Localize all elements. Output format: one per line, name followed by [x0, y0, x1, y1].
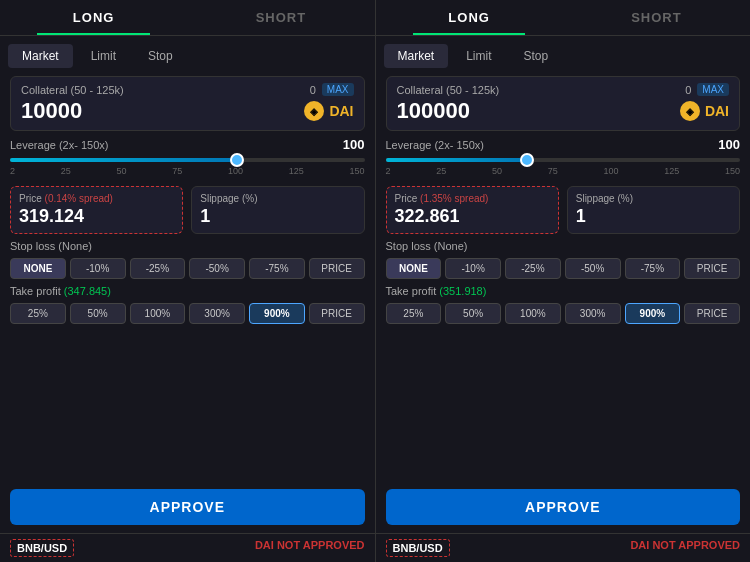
- take-profit-option[interactable]: 100%: [505, 303, 561, 324]
- panel-left: LONGSHORTMarketLimitStopCollateral (50 -…: [0, 0, 376, 562]
- slider-mark: 100: [228, 166, 243, 176]
- approval-warning: DAI NOT APPROVED: [255, 539, 365, 557]
- collateral-amount: 100000: [397, 98, 470, 124]
- stop-loss-option[interactable]: -75%: [625, 258, 681, 279]
- leverage-label: Leverage (2x- 150x): [10, 139, 108, 151]
- stop-loss-option[interactable]: -25%: [130, 258, 186, 279]
- take-profit-option[interactable]: PRICE: [309, 303, 365, 324]
- leverage-slider[interactable]: 2255075100125150: [386, 158, 741, 180]
- max-button[interactable]: MAX: [697, 83, 729, 96]
- tab-long[interactable]: LONG: [0, 0, 187, 35]
- tab-short[interactable]: SHORT: [187, 0, 374, 35]
- spread-pct: (1.35% spread): [420, 193, 488, 204]
- price-value: 319.124: [19, 206, 174, 227]
- stop-loss-option[interactable]: NONE: [10, 258, 66, 279]
- leverage-slider[interactable]: 2255075100125150: [10, 158, 365, 180]
- max-button[interactable]: MAX: [322, 83, 354, 96]
- leverage-row: Leverage (2x- 150x)100: [386, 137, 741, 152]
- trading-pair: BNB/USD: [386, 539, 450, 557]
- slider-thumb[interactable]: [230, 153, 244, 167]
- stop-loss-option[interactable]: NONE: [386, 258, 442, 279]
- sub-tab-stop[interactable]: Stop: [510, 44, 563, 68]
- take-profit-option[interactable]: 900%: [249, 303, 305, 324]
- collateral-zero: 0: [310, 84, 316, 96]
- take-profit-option[interactable]: PRICE: [684, 303, 740, 324]
- sub-tab-limit[interactable]: Limit: [77, 44, 130, 68]
- take-profit-buttons: 25%50%100%300%900%PRICE: [10, 303, 365, 324]
- price-box: Price (0.14% spread)319.124: [10, 186, 183, 234]
- slider-fill: [10, 158, 237, 162]
- take-profit-option[interactable]: 300%: [189, 303, 245, 324]
- approve-button[interactable]: APPROVE: [386, 489, 741, 525]
- collateral-label: Collateral (50 - 125k)0MAX: [397, 83, 730, 96]
- stop-loss-option[interactable]: -50%: [189, 258, 245, 279]
- slider-mark: 150: [725, 166, 740, 176]
- stop-loss-option[interactable]: -75%: [249, 258, 305, 279]
- slider-mark: 25: [61, 166, 71, 176]
- collateral-value-row: 10000◈DAI: [21, 98, 354, 124]
- dai-coin-icon: ◈: [304, 101, 324, 121]
- tab-short[interactable]: SHORT: [563, 0, 750, 35]
- slider-mark: 2: [386, 166, 391, 176]
- slider-labels: 2255075100125150: [10, 166, 365, 176]
- take-profit-option[interactable]: 100%: [130, 303, 186, 324]
- dai-badge: ◈DAI: [680, 101, 729, 121]
- trading-pair: BNB/USD: [10, 539, 74, 557]
- take-profit-option[interactable]: 50%: [445, 303, 501, 324]
- take-profit-option[interactable]: 25%: [10, 303, 66, 324]
- stop-loss-buttons: NONE-10%-25%-50%-75%PRICE: [10, 258, 365, 279]
- take-profit-highlight: (351.918): [439, 285, 486, 297]
- tab-bar: LONGSHORT: [376, 0, 751, 36]
- panel-footer: BNB/USDDAI NOT APPROVED: [0, 533, 375, 562]
- slider-track: [386, 158, 741, 162]
- sub-tab-market[interactable]: Market: [384, 44, 449, 68]
- slider-mark: 125: [664, 166, 679, 176]
- sub-tab-bar: MarketLimitStop: [376, 36, 751, 68]
- leverage-row: Leverage (2x- 150x)100: [10, 137, 365, 152]
- panel-footer: BNB/USDDAI NOT APPROVED: [376, 533, 751, 562]
- tab-bar: LONGSHORT: [0, 0, 375, 36]
- take-profit-option[interactable]: 900%: [625, 303, 681, 324]
- panel-content: Collateral (50 - 125k)0MAX100000◈DAILeve…: [376, 68, 751, 533]
- take-profit-option[interactable]: 50%: [70, 303, 126, 324]
- slider-mark: 125: [289, 166, 304, 176]
- dai-label: DAI: [705, 103, 729, 119]
- slippage-value: 1: [200, 206, 355, 227]
- slippage-label: Slippage (%): [200, 193, 355, 204]
- take-profit-highlight: (347.845): [64, 285, 111, 297]
- stop-loss-option[interactable]: PRICE: [684, 258, 740, 279]
- collateral-label-text: Collateral (50 - 125k): [21, 84, 124, 96]
- collateral-right: 0MAX: [685, 83, 729, 96]
- stop-loss-option[interactable]: -50%: [565, 258, 621, 279]
- take-profit-label: Take profit (351.918): [386, 285, 741, 297]
- slider-mark: 2: [10, 166, 15, 176]
- sub-tab-limit[interactable]: Limit: [452, 44, 505, 68]
- slider-mark: 150: [349, 166, 364, 176]
- slider-track: [10, 158, 365, 162]
- panel-content: Collateral (50 - 125k)0MAX10000◈DAILever…: [0, 68, 375, 533]
- stop-loss-option[interactable]: -10%: [70, 258, 126, 279]
- collateral-right: 0MAX: [310, 83, 354, 96]
- slippage-label: Slippage (%): [576, 193, 731, 204]
- collateral-value-row: 100000◈DAI: [397, 98, 730, 124]
- collateral-amount: 10000: [21, 98, 82, 124]
- stop-loss-option[interactable]: -10%: [445, 258, 501, 279]
- collateral-label: Collateral (50 - 125k)0MAX: [21, 83, 354, 96]
- slider-mark: 50: [492, 166, 502, 176]
- stop-loss-highlight: (None): [58, 240, 92, 252]
- slippage-box: Slippage (%)1: [567, 186, 740, 234]
- price-slippage-row: Price (0.14% spread)319.124Slippage (%)1: [10, 186, 365, 234]
- approve-button[interactable]: APPROVE: [10, 489, 365, 525]
- approval-warning: DAI NOT APPROVED: [630, 539, 740, 557]
- slider-thumb[interactable]: [520, 153, 534, 167]
- sub-tab-stop[interactable]: Stop: [134, 44, 187, 68]
- collateral-label-text: Collateral (50 - 125k): [397, 84, 500, 96]
- take-profit-label: Take profit (347.845): [10, 285, 365, 297]
- stop-loss-option[interactable]: PRICE: [309, 258, 365, 279]
- take-profit-option[interactable]: 300%: [565, 303, 621, 324]
- sub-tab-market[interactable]: Market: [8, 44, 73, 68]
- tab-long[interactable]: LONG: [376, 0, 563, 35]
- stop-loss-option[interactable]: -25%: [505, 258, 561, 279]
- take-profit-option[interactable]: 25%: [386, 303, 442, 324]
- collateral-box: Collateral (50 - 125k)0MAX100000◈DAI: [386, 76, 741, 131]
